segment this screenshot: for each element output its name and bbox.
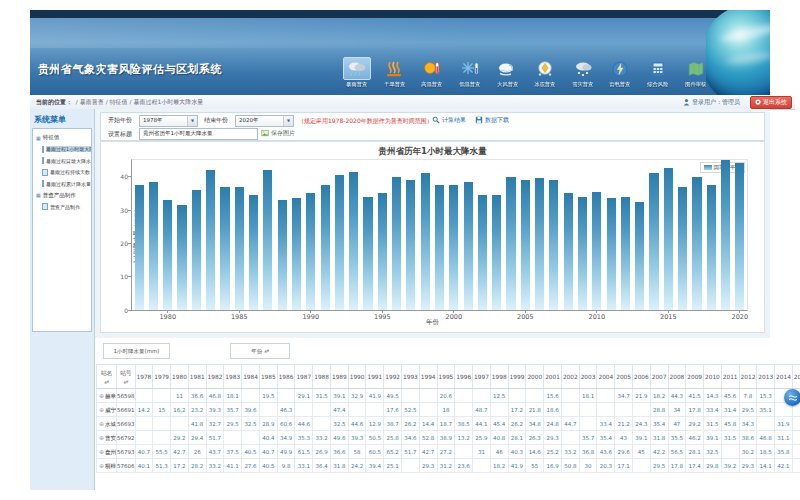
expand-icon[interactable]: ⊕ <box>99 420 104 427</box>
year-filter[interactable]: 年份 ▲▼ <box>230 343 290 359</box>
title-input[interactable]: 贵州省历年1小时最大降水量 <box>139 128 258 140</box>
col-header-1994[interactable]: 1994 <box>419 365 437 389</box>
value-cell: 32.5 <box>330 417 348 431</box>
col-header-1998[interactable]: 1998 <box>490 365 508 389</box>
value-cell: 44.6 <box>295 417 313 431</box>
col-header-1991[interactable]: 1991 <box>366 365 384 389</box>
sidebar-tree: ▦特征值暴雨过程1小时最大降水量暴雨过程日最大降水量暴雨过程持续天数暴雨过程累计… <box>32 128 92 332</box>
breadcrumb: 当前的位置： / 暴雨普查 / 特征值 / 暴雨过程1小时最大降水量 <box>36 95 203 109</box>
col-header-2014[interactable]: 2014 <box>775 365 793 389</box>
value-cell: 31 <box>473 445 491 459</box>
expand-icon[interactable]: ⊕ <box>99 406 104 413</box>
logout-button[interactable]: 退出系统 <box>750 96 792 109</box>
toolbar-item-6[interactable]: 冰雹普查 <box>526 57 564 94</box>
sidebar-item-3[interactable]: 暴雨过程日最大降水量 <box>33 155 91 167</box>
bar-1996 <box>392 177 401 310</box>
table-row[interactable]: ⊕盘州5679340.755.542.72643.737.540.540.749… <box>97 445 800 459</box>
toolbar-item-3[interactable]: 高温普查 <box>413 57 451 94</box>
calc-result-button[interactable]: 计算结果 <box>432 116 466 125</box>
col-header-1999[interactable]: 1999 <box>508 365 526 389</box>
col-header-1978[interactable]: 1978 <box>135 365 153 389</box>
sidebar-item-1[interactable]: ▦特征值 <box>33 132 91 144</box>
expand-icon[interactable]: ⊕ <box>99 448 104 455</box>
toolbar-item-7[interactable]: 雪灾普查 <box>564 57 602 94</box>
table-row[interactable]: ⊕桐梓5760640.151.317.228.233.241.127.640.5… <box>97 459 800 473</box>
col-header-1990[interactable]: 1990 <box>348 365 366 389</box>
station-id: 56693 <box>117 417 136 431</box>
toolbar-item-1[interactable]: 暴雨普查 <box>338 57 376 94</box>
value-cell: 35.8 <box>775 445 793 459</box>
table-row[interactable]: ⊕赫章565981136.646.818.119.529.131.539.132… <box>97 389 800 403</box>
col-header-1992[interactable]: 1992 <box>384 365 402 389</box>
breadcrumb-item[interactable]: 暴雨普查 <box>80 98 104 105</box>
measure-filter[interactable]: 1小时降水量(mm) <box>103 343 170 359</box>
save-image-button[interactable]: 保存图片 <box>261 129 295 138</box>
col-header-1984[interactable]: 1984 <box>242 365 260 389</box>
col-header-2004[interactable]: 2004 <box>597 365 615 389</box>
table-row[interactable]: ⊕威宁5669114.21516.223.239.335.739.646.347… <box>97 403 800 417</box>
col-header-1987[interactable]: 1987 <box>295 365 313 389</box>
col-header-2006[interactable]: 2006 <box>632 365 650 389</box>
col-header-2008[interactable]: 2008 <box>668 365 686 389</box>
col-header-1982[interactable]: 1982 <box>206 365 224 389</box>
rainstorm-icon <box>343 57 371 80</box>
toolbar-item-8[interactable]: 雷电普查 <box>601 57 639 94</box>
col-header-partial[interactable]: 2015 <box>792 365 800 389</box>
sidebar-item-7[interactable]: 普查产品制作 <box>33 201 91 213</box>
col-header-2011[interactable]: 2011 <box>721 365 739 389</box>
expand-icon[interactable]: ⊕ <box>99 434 104 441</box>
col-header-2005[interactable]: 2005 <box>615 365 633 389</box>
col-header-1995[interactable]: 1995 <box>437 365 455 389</box>
col-header-2007[interactable]: 2007 <box>650 365 668 389</box>
col-header-2000[interactable]: 2000 <box>526 365 544 389</box>
col-header-2001[interactable]: 2001 <box>544 365 562 389</box>
col-header-1981[interactable]: 1981 <box>188 365 206 389</box>
sidebar-item-4[interactable]: 暴雨过程持续天数 <box>33 167 91 179</box>
bar-2005 <box>521 180 530 310</box>
sidebar-item-2[interactable]: 暴雨过程1小时最大降水量 <box>33 144 91 156</box>
breadcrumb-item[interactable]: 特征值 <box>110 98 128 105</box>
col-header-1997[interactable]: 1997 <box>473 365 491 389</box>
col-header-1986[interactable]: 1986 <box>277 365 295 389</box>
value-cell: 12.5 <box>490 389 508 403</box>
table-row[interactable]: ⊕水城5669341.832.729.532.528.960.644.632.5… <box>97 417 800 431</box>
col-header-1985[interactable]: 1985 <box>259 365 277 389</box>
data-download-button[interactable]: 数据下载 <box>475 116 509 125</box>
value-cell <box>579 417 597 431</box>
bar-2014 <box>649 173 658 310</box>
value-cell: 15.3 <box>757 389 775 403</box>
start-year-select[interactable]: 1978年 ▼ <box>139 115 198 127</box>
col-header-2003[interactable]: 2003 <box>579 365 597 389</box>
floating-translate-button[interactable] <box>784 389 800 406</box>
data-download-label: 数据下载 <box>485 116 509 125</box>
col-header-2013[interactable]: 2013 <box>757 365 775 389</box>
col-header-station-id[interactable]: 站号 ▲▼ <box>117 365 136 389</box>
col-header-2012[interactable]: 2012 <box>739 365 757 389</box>
toolbar-item-2[interactable]: 干旱普查 <box>376 57 414 94</box>
col-header-1996[interactable]: 1996 <box>455 365 473 389</box>
toolbar-item-5[interactable]: 大风普查 <box>489 57 527 94</box>
col-header-1980[interactable]: 1980 <box>171 365 189 389</box>
sidebar-item-6[interactable]: ▦普查产品制作 <box>33 190 91 202</box>
toolbar-item-label: 冰雹普查 <box>527 81 563 88</box>
col-header-1979[interactable]: 1979 <box>153 365 171 389</box>
end-year-select[interactable]: 2020年 ▼ <box>235 115 294 127</box>
col-header-2002[interactable]: 2002 <box>561 365 579 389</box>
col-header-1988[interactable]: 1988 <box>313 365 331 389</box>
toolbar-item-4[interactable]: 低温普查 <box>451 57 489 94</box>
col-header-1989[interactable]: 1989 <box>330 365 348 389</box>
col-header-1993[interactable]: 1993 <box>402 365 420 389</box>
breadcrumb-item[interactable]: 暴雨过程1小时最大降水量 <box>133 98 203 105</box>
col-header-1983[interactable]: 1983 <box>224 365 242 389</box>
value-cell: 34.9 <box>277 431 295 445</box>
expand-icon[interactable]: ⊕ <box>99 392 104 399</box>
sidebar-item-5[interactable]: 暴雨过程累计降水量 <box>33 178 91 190</box>
value-cell: 17.2 <box>508 403 526 417</box>
table-row[interactable]: ⊕普安5679229.229.451.740.434.935.333.249.6… <box>97 431 800 445</box>
col-header-2010[interactable]: 2010 <box>704 365 722 389</box>
toolbar-item-9[interactable]: 综合风险 <box>639 57 677 94</box>
value-cell: 41.8 <box>188 417 206 431</box>
expand-icon[interactable]: ⊕ <box>99 462 104 469</box>
col-header-station[interactable]: 站名 ▲▼ <box>97 365 117 389</box>
col-header-2009[interactable]: 2009 <box>686 365 704 389</box>
